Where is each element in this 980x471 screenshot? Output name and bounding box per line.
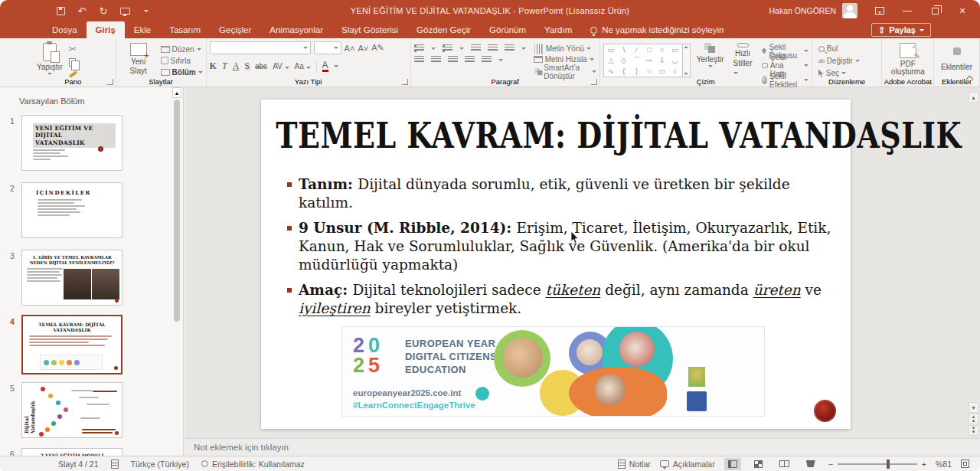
- save-icon[interactable]: [55, 5, 66, 16]
- clear-formatting-icon[interactable]: A✎: [371, 43, 384, 53]
- font-name-combo[interactable]: [210, 41, 311, 54]
- tab-ekle[interactable]: Ekle: [125, 21, 160, 38]
- shape-icon[interactable]: {: [622, 67, 625, 75]
- next-slide-button[interactable]: ▼▼: [969, 425, 978, 436]
- find-button[interactable]: Bul: [818, 44, 860, 53]
- align-left-icon[interactable]: [414, 56, 424, 64]
- scroll-down-icon[interactable]: ▼: [969, 402, 978, 413]
- slideshow-button[interactable]: [802, 458, 819, 470]
- minimize-button[interactable]: —: [894, 2, 920, 20]
- smartart-button[interactable]: SmartArt'a Dönüştür: [534, 66, 596, 77]
- customize-qat-icon[interactable]: [141, 5, 152, 16]
- pano-dialog-launcher[interactable]: [107, 79, 113, 85]
- align-text-button[interactable]: Metni Hizala: [534, 55, 596, 64]
- font-size-combo[interactable]: [314, 41, 341, 54]
- shape-icon[interactable]: ▭: [608, 46, 615, 54]
- shape-icon[interactable]: ∿: [608, 67, 614, 75]
- slide-sorter-view-button[interactable]: [750, 458, 767, 470]
- justify-icon[interactable]: [465, 56, 475, 64]
- font-color-chevron[interactable]: [334, 65, 338, 67]
- slide-thumbnail-1[interactable]: YENİ EĞİTİM VE DİJİTAL VATANDAŞLIK: [21, 115, 122, 171]
- scroll-up-icon[interactable]: ▲: [172, 87, 181, 98]
- share-button[interactable]: ⇧ Paylaş: [871, 23, 931, 37]
- slide-thumbnail-5[interactable]: Dijital Vatandaşlık: [21, 382, 122, 438]
- paste-button[interactable]: Yapıştır: [34, 41, 66, 77]
- shape-icon[interactable]: ∖: [622, 46, 626, 54]
- slide-thumbnail-6[interactable]: 2.YENİ EĞİTİM MODELİ: [21, 448, 122, 456]
- restore-button[interactable]: [922, 2, 948, 20]
- shape-icon[interactable]: ⌒: [633, 55, 640, 65]
- undo-icon[interactable]: ↶: [77, 5, 87, 16]
- slide-body-text[interactable]: Tanım: Dijital dünyada sorumlu, etik, gü…: [287, 175, 832, 318]
- vertical-scrollbar[interactable]: ▲: [969, 92, 978, 420]
- zoom-slider[interactable]: − +: [828, 460, 926, 469]
- slide-thumbnail-3[interactable]: 1. GİRİŞ VE TEMEL KAVRAMLAR NEDEN DİJİTA…: [21, 250, 122, 306]
- previous-slide-button[interactable]: ▲▲: [969, 414, 978, 424]
- change-case-button[interactable]: Aa: [295, 62, 311, 70]
- line-spacing-icon[interactable]: [505, 44, 514, 52]
- normal-view-button[interactable]: [724, 458, 741, 470]
- shape-icon[interactable]: ◡: [671, 57, 678, 64]
- slide-indicator[interactable]: Slayt 4 / 21: [58, 460, 99, 469]
- shape-icon[interactable]: ○: [660, 46, 664, 54]
- tab-yardim[interactable]: Yardım: [535, 21, 581, 38]
- panel-scrollbar[interactable]: ▲: [172, 87, 181, 456]
- shape-icon[interactable]: ◇: [621, 57, 626, 64]
- columns-icon[interactable]: [482, 56, 492, 64]
- slide-title[interactable]: TEMEL KAVRAM: DİJİTAL VATANDAŞLIK: [276, 113, 836, 155]
- cut-icon[interactable]: ✂: [69, 44, 77, 54]
- fit-to-window-icon[interactable]: [961, 460, 969, 468]
- shape-icon[interactable]: △: [609, 57, 614, 64]
- shape-icon[interactable]: □: [647, 46, 651, 54]
- zoom-slider-thumb[interactable]: [887, 460, 890, 469]
- shape-icon[interactable]: ⇨: [646, 57, 652, 64]
- tab-gecisler[interactable]: Geçişler: [210, 21, 260, 38]
- underline-button[interactable]: A: [233, 61, 240, 72]
- numbered-list-icon[interactable]: [443, 44, 452, 52]
- tab-tasarim[interactable]: Tasarım: [160, 21, 210, 38]
- scroll-up-icon[interactable]: ▲: [969, 92, 978, 103]
- section-button[interactable]: Bölüm: [161, 68, 203, 77]
- text-direction-button[interactable]: Metin Yönü: [534, 44, 596, 53]
- zoom-level[interactable]: %81: [936, 460, 952, 469]
- close-button[interactable]: ×: [949, 2, 975, 20]
- comments-toggle-button[interactable]: Açıklamalar: [660, 460, 715, 469]
- shape-icon[interactable]: ⇩: [659, 57, 665, 64]
- yazitipi-dialog-launcher[interactable]: [402, 79, 408, 85]
- new-slide-button[interactable]: Yeni Slayt: [119, 41, 158, 77]
- addins-button[interactable]: Eklentiler: [938, 41, 975, 77]
- shapes-gallery[interactable]: ▭∖∕□○▭△◇⌒⇨⇩◡∿{}☆▭○: [603, 44, 683, 77]
- select-button[interactable]: Seç: [818, 69, 860, 77]
- shape-outline-button[interactable]: Şekil Ana Hattı: [762, 60, 808, 71]
- italic-button[interactable]: T: [222, 61, 227, 72]
- slide-canvas[interactable]: TEMEL KAVRAM: DİJİTAL VATANDAŞLIK Tanım:…: [261, 100, 851, 429]
- tab-giris[interactable]: Giriş: [87, 21, 125, 38]
- accessibility-status[interactable]: Erişilebilirlik: Kullanılamaz: [201, 460, 305, 469]
- shape-icon[interactable]: ▭: [671, 46, 678, 54]
- create-pdf-button[interactable]: PDF oluşturma: [888, 41, 928, 77]
- slide-thumbnail-4[interactable]: TEMEL KAVRAM: DİJİTAL VATANDAŞLIK: [21, 315, 122, 375]
- arrange-button[interactable]: Yerleştir: [694, 41, 727, 77]
- shrink-font-icon[interactable]: A˅: [358, 44, 368, 53]
- avatar[interactable]: [842, 3, 858, 18]
- increase-indent-icon[interactable]: [488, 44, 498, 52]
- align-right-icon[interactable]: [448, 56, 458, 64]
- align-center-icon[interactable]: [431, 56, 441, 64]
- bold-button[interactable]: K: [210, 61, 217, 72]
- layout-button[interactable]: Düzen: [161, 44, 203, 54]
- zoom-in-icon[interactable]: +: [922, 460, 926, 469]
- paragraf-dialog-launcher[interactable]: [591, 79, 597, 85]
- tab-animasyonlar[interactable]: Animasyonlar: [260, 21, 332, 38]
- panel-scrollbar-thumb[interactable]: [174, 100, 180, 322]
- bullet-list-icon[interactable]: [414, 44, 424, 52]
- notes-pane[interactable]: Not eklemek için tıklayın: [185, 438, 980, 456]
- decrease-indent-icon[interactable]: [471, 44, 481, 52]
- notes-status-icon[interactable]: [111, 460, 119, 469]
- shape-icon[interactable]: ☆: [646, 67, 652, 75]
- copy-icon[interactable]: [69, 58, 76, 67]
- reset-button[interactable]: Sıfırla: [161, 56, 203, 65]
- shapes-gallery-scroll[interactable]: [683, 44, 691, 77]
- grow-font-icon[interactable]: A˄: [345, 44, 355, 53]
- reading-view-button[interactable]: [776, 458, 793, 470]
- font-color-button[interactable]: A: [322, 61, 328, 72]
